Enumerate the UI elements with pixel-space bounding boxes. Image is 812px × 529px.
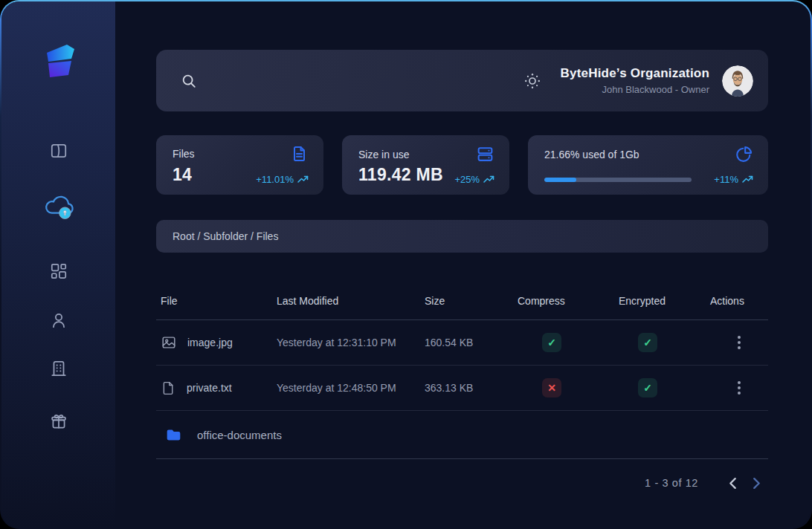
file-name: image.jpg: [187, 337, 233, 348]
search-input[interactable]: [206, 74, 523, 87]
encrypted-enabled-badge[interactable]: ✓: [638, 333, 657, 352]
table-row-private-txt[interactable]: private.txt Yesterday at 12:48:50 PM 363…: [156, 366, 768, 411]
stat-files-trend: +11.01%: [256, 174, 309, 185]
stats-row: Files 14 +11.01%: [156, 135, 768, 195]
text-file-icon: [161, 380, 176, 396]
previous-page-button[interactable]: [721, 471, 744, 495]
sidebar-item-workspace[interactable]: [42, 134, 75, 167]
document-icon: [291, 145, 309, 163]
organization-info: ByteHide’s Organization John Blackwood -…: [561, 66, 709, 95]
files-table: File Last Modified Size Compress Encrypt…: [156, 295, 768, 459]
breadcrumb[interactable]: Root / Subfolder / Files: [156, 220, 768, 253]
file-modified: Yesterday at 12:48:50 PM: [277, 382, 425, 394]
user-avatar[interactable]: [722, 65, 753, 97]
theme-toggle-button[interactable]: [523, 72, 541, 90]
stat-files-label: Files: [173, 148, 195, 160]
bytehide-logo[interactable]: [42, 42, 76, 79]
sidebar-item-users[interactable]: [42, 304, 75, 337]
column-file: File: [156, 295, 277, 307]
table-row-folder[interactable]: office-documents: [156, 411, 768, 459]
user-icon: [49, 311, 68, 330]
compress-disabled-badge[interactable]: ✕: [542, 378, 561, 397]
apps-grid-icon: [49, 262, 68, 281]
stat-size-label: Size in use: [358, 149, 409, 160]
file-size: 160.54 KB: [425, 337, 518, 348]
file-modified: Yesterday at 12:31:10 PM: [277, 337, 425, 348]
main-content: ByteHide’s Organization John Blackwood -…: [115, 1, 811, 528]
table-header: File Last Modified Size Compress Encrypt…: [156, 295, 768, 320]
user-name-role: John Blackwood - Owner: [561, 84, 709, 95]
sidebar-item-rewards[interactable]: [42, 405, 75, 438]
column-size: Size: [425, 295, 518, 307]
column-actions: Actions: [710, 295, 768, 307]
topbar-right: ByteHide’s Organization John Blackwood -…: [523, 65, 753, 97]
encrypted-enabled-badge[interactable]: ✓: [638, 378, 657, 397]
compress-enabled-badge[interactable]: ✓: [542, 333, 561, 352]
storage-usage-label: 21.66% used of 1Gb: [544, 149, 639, 160]
workspace-panel-icon: [49, 141, 68, 160]
column-compress: Compress: [518, 295, 619, 307]
sidebar: [1, 1, 115, 528]
sun-icon: [523, 72, 541, 90]
pagination-range-label: 1 - 3 of 12: [645, 477, 698, 489]
column-last-modified: Last Modified: [277, 295, 425, 307]
organization-name: ByteHide’s Organization: [561, 66, 709, 81]
folder-icon: [165, 426, 182, 444]
image-file-icon: [161, 334, 177, 351]
pie-chart-icon: [735, 145, 753, 163]
organization-building-icon: [49, 359, 68, 378]
stat-files-value: 14: [173, 165, 192, 185]
storage-progress-fill: [544, 178, 576, 182]
row-actions-menu-button[interactable]: [732, 378, 747, 397]
cloud-lock-icon: [42, 189, 75, 222]
pagination: 1 - 3 of 12: [156, 471, 768, 495]
sidebar-item-organization[interactable]: [42, 352, 75, 385]
app-window: ByteHide’s Organization John Blackwood -…: [1, 1, 811, 528]
search-icon: [181, 73, 197, 89]
folder-name: office-documents: [197, 429, 282, 441]
stat-card-size: Size in use 119.42 MB +25%: [342, 135, 509, 195]
chevron-right-icon: [753, 477, 761, 490]
trending-up-icon: [742, 175, 753, 184]
app-window-frame: ByteHide’s Organization John Blackwood -…: [0, 0, 812, 529]
topbar: ByteHide’s Organization John Blackwood -…: [156, 50, 768, 111]
server-icon: [476, 145, 494, 163]
stat-card-files: Files 14 +11.01%: [156, 135, 323, 195]
chevron-left-icon: [729, 477, 737, 490]
stat-size-trend: +25%: [454, 174, 494, 185]
sidebar-item-cloud-storage[interactable]: [42, 186, 75, 225]
next-page-button[interactable]: [744, 471, 768, 495]
rewards-gift-icon: [49, 412, 68, 431]
file-name: private.txt: [187, 382, 232, 394]
trending-up-icon: [297, 175, 309, 184]
sidebar-item-apps[interactable]: [42, 255, 75, 288]
stat-card-storage-usage: 21.66% used of 1Gb +11%: [528, 135, 768, 195]
breadcrumb-path: Root / Subfolder / Files: [173, 230, 278, 242]
stat-size-value: 119.42 MB: [358, 165, 443, 185]
search-bar[interactable]: [181, 73, 523, 89]
column-encrypted: Encrypted: [619, 295, 710, 307]
storage-usage-trend: +11%: [714, 174, 753, 185]
table-row-image-jpg[interactable]: image.jpg Yesterday at 12:31:10 PM 160.5…: [156, 320, 768, 366]
trending-up-icon: [483, 175, 494, 184]
file-size: 363.13 KB: [425, 382, 518, 394]
row-actions-menu-button[interactable]: [732, 333, 747, 352]
storage-progress-bar: [544, 178, 692, 182]
